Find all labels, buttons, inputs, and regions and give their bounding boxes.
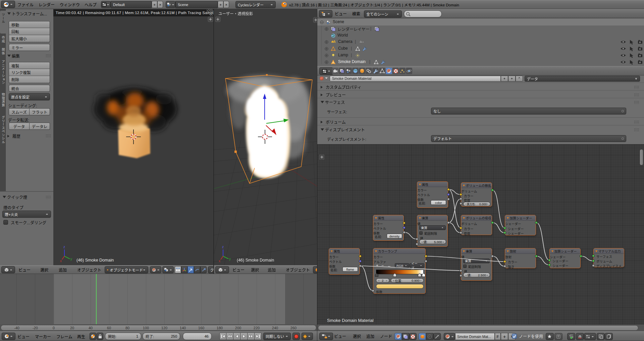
svg-text:100: 100: [143, 326, 149, 330]
svg-text:200: 200: [235, 326, 241, 330]
svg-text:120: 120: [161, 326, 167, 330]
svg-text:(46) Smoke Domain: (46) Smoke Domain: [76, 258, 114, 263]
svg-text:0: 0: [53, 326, 55, 330]
svg-text:x: x: [60, 259, 62, 263]
svg-text:-20: -20: [33, 326, 38, 330]
svg-text:60: 60: [107, 326, 111, 330]
svg-text:40: 40: [89, 326, 93, 330]
svg-text:180: 180: [217, 326, 223, 330]
svg-text:-40: -40: [14, 326, 19, 330]
svg-text:x: x: [219, 259, 220, 263]
svg-text:z: z: [63, 245, 65, 249]
svg-text:y: y: [70, 257, 72, 261]
svg-text:ユーザー・透視投影: ユーザー・透視投影: [218, 11, 253, 16]
svg-text:220: 220: [254, 326, 260, 330]
svg-text:y: y: [229, 257, 231, 261]
svg-text:z: z: [222, 245, 224, 249]
svg-text:(46) Smoke Domain: (46) Smoke Domain: [237, 258, 274, 263]
svg-text:160: 160: [198, 326, 204, 330]
svg-text:80: 80: [125, 326, 129, 330]
svg-text:260: 260: [290, 326, 297, 330]
svg-text:140: 140: [180, 326, 186, 330]
svg-text:20: 20: [70, 326, 74, 330]
svg-text:240: 240: [272, 326, 278, 330]
